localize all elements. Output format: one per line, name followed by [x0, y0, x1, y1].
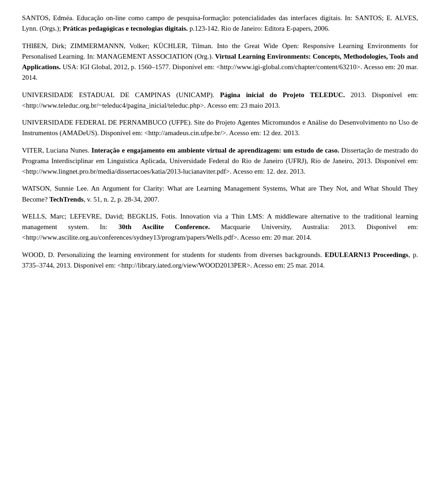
reference-watson-text: WATSON, Sunnie Lee. An Argument for Clar… — [22, 183, 418, 205]
reference-viter-text: VITER, Luciana Nunes. Interação e engaja… — [22, 145, 418, 177]
reference-viter: VITER, Luciana Nunes. Interação e engaja… — [22, 145, 418, 177]
reference-santos-text: SANTOS, Edméa. Educação on-line como cam… — [22, 13, 418, 34]
reference-watson: WATSON, Sunnie Lee. An Argument for Clar… — [22, 183, 418, 205]
reference-unicamp: UNIVERSIDADE ESTADUAL DE CAMPINAS (UNICA… — [22, 90, 418, 111]
reference-wood: WOOD, D. Personalizing the learning envi… — [22, 250, 418, 271]
reference-wells-text: WELLS, Marc; LEFEVRE, David; BEGKLIS, Fo… — [22, 211, 418, 243]
reference-thissen-text: THIßEN, Dirk; ZIMMERMANNN, Volker; KÜCHL… — [22, 41, 418, 83]
page-container: SANTOS, Edméa. Educação on-line como cam… — [0, 0, 440, 290]
reference-ufpe: UNIVERSIDADE FEDERAL DE PERNAMBUCO (UFPE… — [22, 117, 418, 139]
reference-ufpe-text: UNIVERSIDADE FEDERAL DE PERNAMBUCO (UFPE… — [22, 117, 418, 139]
reference-wells: WELLS, Marc; LEFEVRE, David; BEGKLIS, Fo… — [22, 211, 418, 243]
reference-wood-text: WOOD, D. Personalizing the learning envi… — [22, 250, 418, 271]
reference-unicamp-text: UNIVERSIDADE ESTADUAL DE CAMPINAS (UNICA… — [22, 90, 418, 111]
reference-thissen: THIßEN, Dirk; ZIMMERMANNN, Volker; KÜCHL… — [22, 41, 418, 83]
reference-santos: SANTOS, Edméa. Educação on-line como cam… — [22, 13, 418, 34]
